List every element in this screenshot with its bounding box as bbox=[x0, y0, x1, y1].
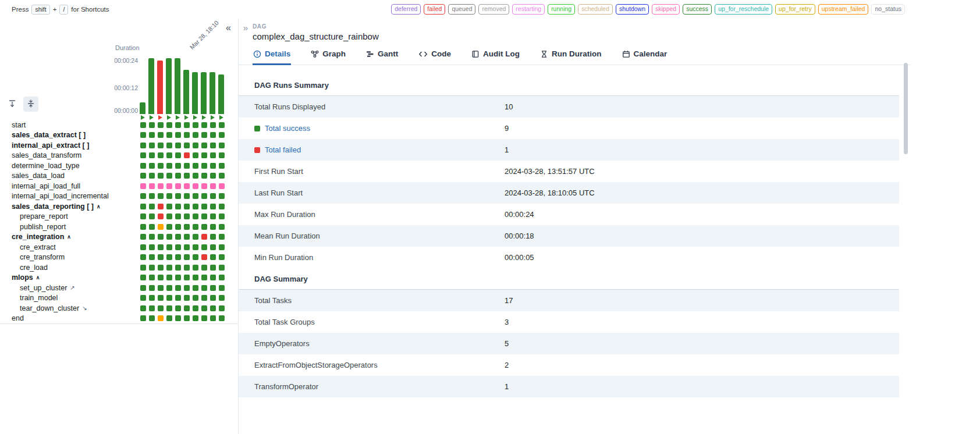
task-instance-square-success[interactable] bbox=[149, 224, 155, 230]
task-instance-square-skipped[interactable] bbox=[175, 183, 181, 189]
task-instance-square-success[interactable] bbox=[158, 122, 164, 128]
task-instance-square-success[interactable] bbox=[201, 224, 207, 230]
task-name[interactable]: sales_data_load bbox=[0, 172, 140, 180]
status-badge-deferred[interactable]: deferred bbox=[391, 4, 421, 15]
task-instance-square-success[interactable] bbox=[175, 275, 181, 280]
task-instance-square-success[interactable] bbox=[166, 152, 172, 158]
status-badge-running[interactable]: running bbox=[548, 4, 575, 15]
task-instance-square-success[interactable] bbox=[219, 163, 225, 169]
run-duration-bar[interactable] bbox=[218, 74, 224, 114]
task-instance-square-success[interactable] bbox=[149, 234, 155, 240]
task-instance-square-success[interactable] bbox=[175, 214, 181, 219]
task-instance-square-success[interactable] bbox=[210, 295, 216, 301]
run-type-triangle-icon[interactable] bbox=[158, 115, 162, 120]
task-instance-square-success[interactable] bbox=[140, 122, 146, 128]
task-instance-square-success[interactable] bbox=[184, 143, 190, 148]
task-name[interactable]: tear_down_cluster↘ bbox=[0, 304, 140, 312]
run-type-triangle-icon[interactable] bbox=[167, 115, 171, 120]
task-instance-square-success[interactable] bbox=[219, 254, 225, 260]
task-instance-square-success[interactable] bbox=[219, 193, 225, 199]
task-instance-square-success[interactable] bbox=[140, 193, 146, 199]
task-name[interactable]: sales_data_extract [ ] bbox=[0, 131, 140, 139]
task-name[interactable]: sales_data_reporting [ ]∧ bbox=[0, 202, 140, 211]
status-badge-failed[interactable]: failed bbox=[424, 4, 445, 15]
task-instance-square-success[interactable] bbox=[175, 173, 181, 179]
tab-code[interactable]: Code bbox=[418, 47, 452, 65]
task-instance-square-success[interactable] bbox=[193, 143, 198, 148]
task-instance-square-success[interactable] bbox=[149, 254, 155, 260]
task-instance-square-success[interactable] bbox=[184, 244, 190, 250]
task-instance-square-success[interactable] bbox=[193, 214, 198, 219]
task-name[interactable]: determine_load_type bbox=[0, 162, 140, 170]
task-instance-square-upstream_failed[interactable] bbox=[158, 315, 164, 321]
task-instance-square-success[interactable] bbox=[184, 224, 190, 230]
task-instance-square-skipped[interactable] bbox=[149, 183, 155, 189]
task-instance-square-success[interactable] bbox=[175, 295, 181, 301]
task-instance-square-success[interactable] bbox=[158, 254, 164, 260]
task-instance-square-success[interactable] bbox=[175, 204, 181, 209]
task-instance-square-success[interactable] bbox=[158, 305, 164, 311]
task-instance-square-success[interactable] bbox=[201, 132, 207, 138]
task-instance-square-success[interactable] bbox=[219, 244, 225, 250]
task-name[interactable]: cre_integration∧ bbox=[0, 233, 140, 241]
task-instance-square-success[interactable] bbox=[201, 122, 207, 128]
task-instance-square-success[interactable] bbox=[184, 295, 190, 301]
status-badge-up_for_reschedule[interactable]: up_for_reschedule bbox=[715, 4, 772, 15]
task-instance-square-success[interactable] bbox=[149, 244, 155, 250]
task-instance-square-skipped[interactable] bbox=[166, 183, 172, 189]
task-instance-square-success[interactable] bbox=[149, 163, 155, 169]
task-instance-square-success[interactable] bbox=[166, 315, 172, 321]
run-type-triangle-icon[interactable] bbox=[202, 115, 206, 120]
task-name[interactable]: cre_transform bbox=[0, 253, 140, 261]
task-instance-square-success[interactable] bbox=[140, 315, 146, 321]
task-instance-square-success[interactable] bbox=[175, 163, 181, 169]
task-instance-square-success[interactable] bbox=[166, 214, 172, 219]
task-instance-square-success[interactable] bbox=[210, 315, 216, 321]
task-instance-square-failed[interactable] bbox=[158, 204, 164, 209]
task-instance-square-failed[interactable] bbox=[201, 254, 207, 260]
task-instance-square-success[interactable] bbox=[158, 275, 164, 280]
task-instance-square-failed[interactable] bbox=[184, 152, 190, 158]
run-type-triangle-icon[interactable] bbox=[211, 115, 215, 120]
task-instance-square-success[interactable] bbox=[219, 315, 225, 321]
task-instance-square-success[interactable] bbox=[219, 275, 225, 280]
task-instance-square-success[interactable] bbox=[184, 204, 190, 209]
task-instance-square-success[interactable] bbox=[166, 163, 172, 169]
task-instance-square-success[interactable] bbox=[210, 234, 216, 240]
task-instance-square-success[interactable] bbox=[158, 193, 164, 199]
task-instance-square-success[interactable] bbox=[158, 285, 164, 291]
panel-toggle-icon[interactable]: » bbox=[241, 23, 250, 33]
collapse-grid-icon[interactable]: « bbox=[225, 22, 232, 34]
task-instance-square-success[interactable] bbox=[140, 132, 146, 138]
task-instance-square-success[interactable] bbox=[158, 244, 164, 250]
run-duration-bar[interactable] bbox=[148, 58, 154, 114]
task-instance-square-success[interactable] bbox=[149, 173, 155, 179]
task-instance-square-success[interactable] bbox=[184, 193, 190, 199]
task-name[interactable]: cre_extract bbox=[0, 243, 140, 251]
task-instance-square-success[interactable] bbox=[201, 285, 207, 291]
task-instance-square-success[interactable] bbox=[201, 152, 207, 158]
task-instance-square-success[interactable] bbox=[149, 285, 155, 291]
task-instance-square-success[interactable] bbox=[210, 214, 216, 219]
run-type-triangle-icon[interactable] bbox=[219, 115, 223, 120]
task-instance-square-success[interactable] bbox=[166, 193, 172, 199]
task-instance-square-success[interactable] bbox=[166, 143, 172, 148]
task-instance-square-success[interactable] bbox=[219, 122, 225, 128]
task-instance-square-success[interactable] bbox=[210, 244, 216, 250]
task-instance-square-success[interactable] bbox=[193, 305, 198, 311]
status-badge-skipped[interactable]: skipped bbox=[652, 4, 680, 15]
task-name[interactable]: publish_report bbox=[0, 223, 140, 231]
task-instance-square-success[interactable] bbox=[140, 285, 146, 291]
task-instance-square-success[interactable] bbox=[193, 122, 198, 128]
task-instance-square-success[interactable] bbox=[184, 173, 190, 179]
task-instance-square-success[interactable] bbox=[166, 305, 172, 311]
task-instance-square-success[interactable] bbox=[158, 265, 164, 271]
task-instance-square-success[interactable] bbox=[210, 254, 216, 260]
task-instance-square-success[interactable] bbox=[140, 244, 146, 250]
task-instance-square-success[interactable] bbox=[210, 152, 216, 158]
task-instance-square-success[interactable] bbox=[158, 173, 164, 179]
run-duration-bar[interactable] bbox=[166, 58, 172, 114]
task-instance-square-success[interactable] bbox=[184, 122, 190, 128]
tab-calendar[interactable]: Calendar bbox=[622, 47, 668, 65]
task-instance-square-success[interactable] bbox=[219, 132, 225, 138]
